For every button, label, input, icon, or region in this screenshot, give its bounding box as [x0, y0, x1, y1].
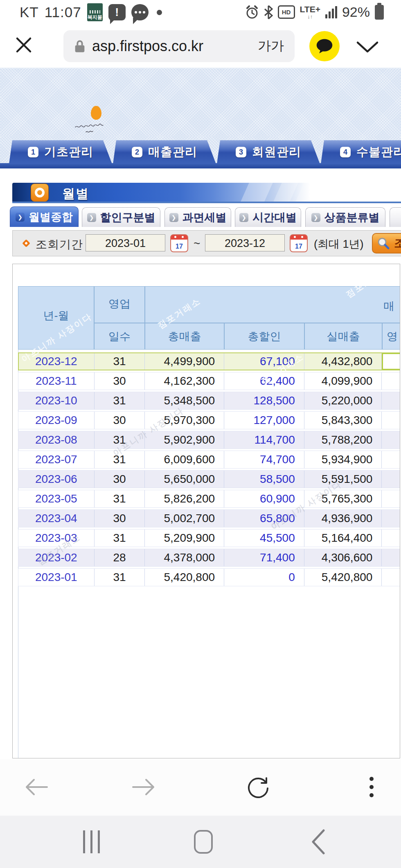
total-discount-cell: 65,800 — [224, 510, 304, 527]
extra-cell[interactable] — [382, 412, 400, 429]
recent-apps-icon — [83, 830, 100, 853]
url-field[interactable]: asp.firstpos.co.kr 가가 — [63, 30, 295, 62]
business-days-cell: 30 — [95, 412, 145, 429]
table-row: 2023-09 30 5,970,300 127,000 5,843,300 — [18, 411, 400, 429]
close-tab-icon[interactable] — [15, 36, 33, 54]
business-days-cell: 30 — [95, 471, 145, 488]
month-link[interactable]: 2023-04 — [18, 510, 95, 527]
site-logo-icon — [91, 106, 101, 120]
month-link[interactable]: 2023-03 — [18, 529, 95, 547]
net-sales-cell: 5,765,300 — [304, 490, 382, 507]
extra-cell[interactable] — [382, 471, 400, 488]
header-days: 일수 — [94, 323, 145, 350]
calendar-to-button[interactable]: 17 — [290, 234, 308, 252]
net-sales-cell: 4,936,900 — [304, 510, 382, 527]
extra-cell[interactable] — [382, 510, 400, 527]
extra-cell[interactable] — [382, 569, 400, 586]
page-title-icon — [31, 184, 49, 202]
total-discount-cell: 127,000 — [224, 412, 304, 429]
net-sales-cell: 5,220,000 — [304, 392, 382, 409]
refresh-button[interactable] — [246, 774, 272, 800]
header-sales-group: 매 — [145, 286, 400, 323]
total-discount-cell: 62,400 — [224, 372, 304, 390]
forward-button[interactable] — [130, 774, 156, 800]
net-sales-cell: 5,843,300 — [304, 412, 382, 429]
message-bubble-icon — [131, 4, 149, 20]
month-link[interactable]: 2023-12 — [18, 353, 95, 370]
month-link[interactable]: 2023-10 — [18, 392, 95, 409]
month-link[interactable]: 2023-11 — [18, 372, 95, 390]
date-to-input[interactable]: 2023-12 — [205, 234, 285, 251]
gross-sales-cell: 5,826,200 — [145, 490, 224, 507]
business-days-cell: 31 — [95, 451, 145, 468]
table-row: 2023-12 31 4,499,900 67,100 4,432,800 — [18, 352, 400, 370]
extra-cell[interactable] — [382, 490, 400, 507]
gross-sales-cell: 5,348,500 — [145, 392, 224, 409]
extra-cell[interactable] — [382, 431, 400, 449]
android-back-button[interactable] — [304, 828, 332, 856]
extra-cell[interactable] — [382, 372, 400, 390]
page-title: 월별 — [62, 185, 89, 202]
month-link[interactable]: 2023-05 — [18, 490, 95, 507]
business-days-cell: 31 — [95, 529, 145, 547]
home-button[interactable] — [189, 828, 218, 856]
subtab-partial[interactable]: 외 — [390, 207, 401, 227]
arrow-icon — [239, 213, 248, 222]
page-url: asp.firstpos.co.kr — [92, 38, 203, 55]
table-body: 2023-12 31 4,499,900 67,100 4,432,800 20… — [18, 352, 400, 588]
table-row: 2023-02 28 4,378,000 71,400 4,306,600 — [18, 549, 400, 567]
subtab-tax-type[interactable]: 과면세별 — [164, 207, 231, 227]
extra-cell[interactable] — [382, 549, 400, 566]
page-title-bar: 월별 — [12, 183, 401, 203]
date-from-input[interactable]: 2023-01 — [86, 234, 165, 251]
month-link[interactable]: 2023-06 — [18, 471, 95, 488]
search-period-label: 조회기간 — [36, 237, 83, 252]
nav-tab-member-mgmt[interactable]: 3 회원관리 — [217, 140, 320, 164]
net-sales-cell: 5,164,400 — [304, 529, 382, 547]
tab-number-badge: 1 — [28, 147, 38, 157]
gross-sales-cell: 5,902,900 — [145, 431, 224, 449]
extra-cell[interactable] — [382, 392, 400, 409]
gross-sales-cell: 5,420,800 — [145, 569, 224, 586]
month-link[interactable]: 2023-08 — [18, 431, 95, 449]
total-discount-cell: 67,100 — [224, 353, 304, 370]
status-bar: KT 11:07 복지몰 ! HD LTE+↓↑ 92% — [0, 0, 401, 25]
search-button[interactable]: 조 — [372, 233, 401, 253]
subtab-product-category[interactable]: 상품분류별 — [305, 207, 385, 227]
month-link[interactable]: 2023-01 — [18, 569, 95, 586]
extra-cell[interactable] — [382, 451, 400, 468]
nav-tab-inventory-mgmt[interactable]: 4 수불관리 — [321, 140, 401, 164]
recent-apps-button[interactable] — [77, 828, 106, 856]
search-period-bar: 조회기간 2023-01 17 ~ 2023-12 17 (최대 1년) 조 — [12, 230, 401, 256]
gross-sales-cell: 4,499,900 — [145, 353, 224, 370]
header-year-month: 년-월 — [18, 286, 94, 350]
month-link[interactable]: 2023-02 — [18, 549, 95, 566]
month-link[interactable]: 2023-09 — [18, 412, 95, 429]
hd-voice-icon: HD — [278, 5, 295, 19]
collapse-toolbar-icon[interactable] — [355, 40, 380, 54]
business-days-cell: 31 — [95, 569, 145, 586]
signal-strength-icon — [325, 6, 337, 18]
gross-sales-cell: 5,002,700 — [145, 510, 224, 527]
total-discount-cell: 58,500 — [224, 471, 304, 488]
text-size-button[interactable]: 가가 — [258, 37, 284, 55]
nav-tab-basic-mgmt[interactable]: 1 기초관리 — [9, 140, 112, 164]
extra-cell[interactable] — [382, 353, 400, 370]
calendar-from-button[interactable]: 17 — [170, 234, 188, 252]
kakaotalk-share-button[interactable] — [309, 31, 340, 61]
extra-cell[interactable] — [382, 529, 400, 547]
lte-plus-icon: LTE+↓↑ — [300, 5, 320, 19]
total-discount-cell: 114,700 — [224, 431, 304, 449]
total-discount-cell: 60,900 — [224, 490, 304, 507]
subtab-discount-type[interactable]: 할인구분별 — [82, 207, 160, 227]
table-row: 2023-03 31 5,209,900 45,500 5,164,400 — [18, 529, 400, 547]
battery-icon — [375, 5, 384, 20]
table-row: 2023-11 30 4,162,300 62,400 4,099,900 — [18, 372, 400, 390]
nav-tab-sales-mgmt[interactable]: 2 매출관리 — [113, 140, 216, 164]
subtab-time-slot[interactable]: 시간대별 — [235, 207, 301, 227]
month-link[interactable]: 2023-07 — [18, 451, 95, 468]
net-sales-cell: 5,934,900 — [304, 451, 382, 468]
back-button[interactable] — [24, 774, 50, 800]
browser-menu-button[interactable] — [358, 774, 385, 800]
subtab-monthly-summary[interactable]: 월별종합 — [10, 206, 79, 227]
